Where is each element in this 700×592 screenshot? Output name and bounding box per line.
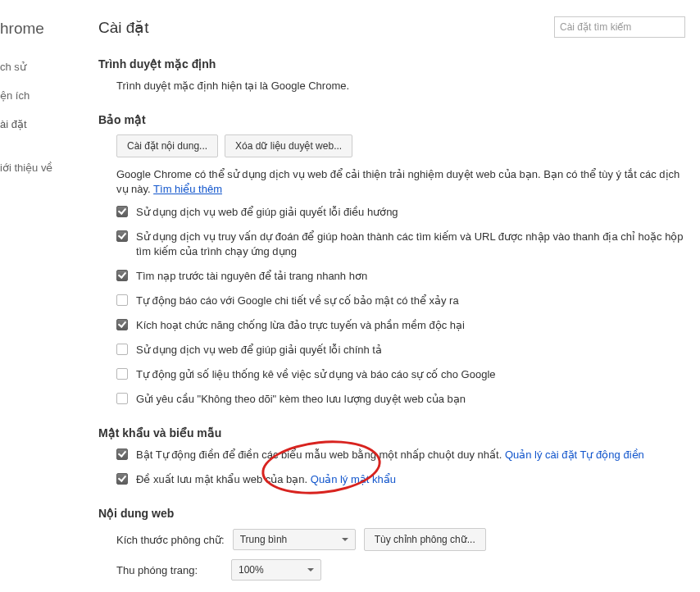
page-zoom-label: Thu phóng trang: [116,564,223,576]
search-input[interactable] [554,16,685,38]
section-default-browser: Trình duyệt mặc định Trình duyệt mặc địn… [98,57,685,93]
font-size-select[interactable]: Trung bình [233,529,356,550]
page-zoom-select[interactable]: 100% [231,559,321,581]
default-browser-desc: Trình duyệt mặc định hiện tại là Google … [116,79,685,93]
autofill-label-wrap: Bật Tự động điền để điền các biểu mẫu we… [136,448,644,462]
page-zoom-row: Thu phóng trang: 100% [116,559,685,581]
section-passwords: Mật khẩu và biểu mẫu Bật Tự động điền để… [98,426,685,487]
security-checkbox-5[interactable] [116,344,128,355]
security-checkbox-6[interactable] [116,368,128,380]
customize-fonts-button[interactable]: Tùy chỉnh phông chữ... [364,528,486,551]
security-item-0: Sử dụng dịch vụ web để giúp giải quyết l… [116,205,685,220]
heading-default-browser: Trình duyệt mặc định [98,57,685,71]
offer-passwords-label-wrap: Đề xuất lưu mật khẩu web của bạn. Quản l… [136,472,396,487]
security-label-1: Sử dụng dịch vụ truy vấn dự đoán để giúp… [136,230,685,259]
security-checklist: Sử dụng dịch vụ web để giúp giải quyết l… [116,205,685,407]
page-title: Cài đặt [98,18,149,37]
security-checkbox-7[interactable] [116,393,128,404]
security-item-7: Gửi yêu cầu "Không theo dõi" kèm theo lư… [116,392,685,407]
security-desc: Google Chrome có thể sử dụng dịch vụ web… [116,167,685,197]
content-settings-button[interactable]: Cài đặt nội dung... [116,134,218,157]
security-item-3: Tự động báo cáo với Google chi tiết về s… [116,294,685,308]
security-item-2: Tìm nạp trước tài nguyên để tải trang nh… [116,269,685,284]
security-item-6: Tự động gửi số liệu thống kê về việc sử … [116,367,685,382]
security-item-4: Kích hoạt chức năng chống lừa đảo trực t… [116,318,685,333]
security-checkbox-0[interactable] [116,206,128,217]
main: Cài đặt Trình duyệt mặc định Trình duyệt… [82,0,700,592]
sidebar-item-about[interactable]: iới thiệu về [0,162,82,174]
autofill-label: Bật Tự động điền để điền các biểu mẫu we… [136,449,505,461]
brand: hrome [0,20,82,38]
header: Cài đặt [98,16,685,38]
heading-passwords: Mật khẩu và biểu mẫu [98,426,685,439]
security-checkbox-1[interactable] [116,230,128,242]
autofill-checkbox[interactable] [116,449,128,460]
heading-webcontent: Nội dung web [98,507,685,520]
font-size-label: Kích thước phông chữ: [116,534,225,546]
security-label-3: Tự động báo cáo với Google chi tiết về s… [136,294,459,308]
security-label-7: Gửi yêu cầu "Không theo dõi" kèm theo lư… [136,392,466,407]
font-size-row: Kích thước phông chữ: Trung bình Tùy chỉ… [116,528,685,551]
sidebar-item-extensions[interactable]: ện ích [0,89,82,102]
security-checkbox-2[interactable] [116,270,128,281]
manage-passwords-link[interactable]: Quản lý mật khẩu [311,473,396,485]
sidebar-item-history[interactable]: ch sử [0,61,82,73]
section-security: Bảo mật Cài đặt nội dung... Xóa dữ liệu … [98,113,685,407]
heading-security: Bảo mật [98,113,685,126]
autofill-checkbox-row: Bật Tự động điền để điền các biểu mẫu we… [116,448,685,462]
offer-passwords-label: Đề xuất lưu mật khẩu web của bạn. [136,473,311,485]
sidebar: hrome ch sử ện ích ài đặt iới thiệu về [0,0,82,190]
security-label-2: Tìm nạp trước tài nguyên để tải trang nh… [136,269,367,284]
security-item-5: Sử dụng dịch vụ web để giúp giải quyết l… [116,343,685,357]
security-label-4: Kích hoạt chức năng chống lừa đảo trực t… [136,318,465,333]
security-label-6: Tự động gửi số liệu thống kê về việc sử … [136,367,496,382]
security-label-5: Sử dụng dịch vụ web để giúp giải quyết l… [136,343,382,357]
security-label-0: Sử dụng dịch vụ web để giúp giải quyết l… [136,205,398,220]
security-checkbox-4[interactable] [116,319,128,330]
clear-browsing-data-button[interactable]: Xóa dữ liệu duyệt web... [225,134,352,157]
security-item-1: Sử dụng dịch vụ truy vấn dự đoán để giúp… [116,230,685,259]
section-webcontent: Nội dung web Kích thước phông chữ: Trung… [98,507,685,581]
offer-passwords-row: Đề xuất lưu mật khẩu web của bạn. Quản l… [116,472,685,487]
offer-passwords-checkbox[interactable] [116,473,128,485]
manage-autofill-link[interactable]: Quản lý cài đặt Tự động điền [505,449,644,461]
security-checkbox-3[interactable] [116,294,128,306]
learn-more-link[interactable]: Tìm hiểu thêm [153,183,222,195]
sidebar-item-settings[interactable]: ài đặt [0,118,82,130]
